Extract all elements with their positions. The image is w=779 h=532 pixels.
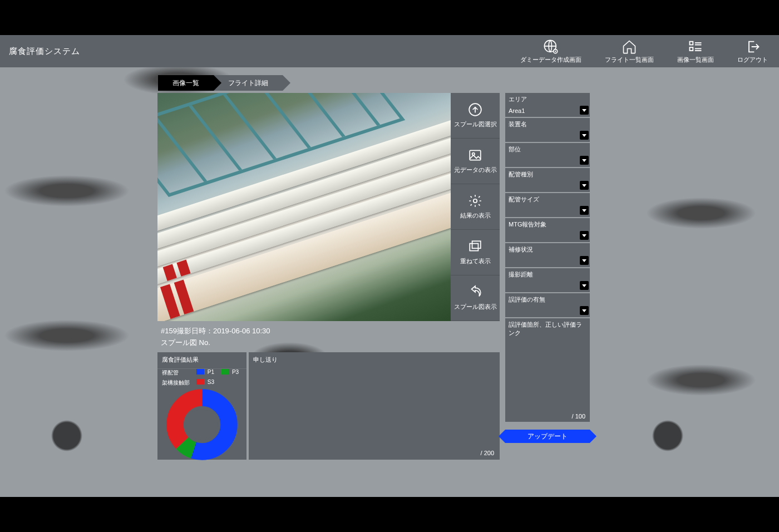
field-label: 配管種別 [505,168,590,180]
nav-label: 画像一覧画面 [677,56,714,64]
field-label: MTG報告対象 [505,218,590,230]
field-label: 補修状況 [505,243,590,255]
svg-rect-13 [470,244,478,251]
chevron-down-icon [580,206,589,215]
svg-rect-14 [472,241,481,248]
globe-icon [543,39,559,55]
image-icon [468,148,482,162]
field-label: 部位 [505,143,590,155]
nav-logout[interactable]: ログアウト [737,39,768,64]
nav-label: ダミーデータ作成画面 [520,56,581,64]
header-nav: ダミーデータ作成画面 フライト一覧画面 画像一覧画面 ログアウト [520,39,768,64]
nav-label: フライト一覧画面 [605,56,654,64]
svg-rect-10 [470,150,481,160]
field-select-5[interactable] [505,230,590,242]
field-select-7[interactable] [505,280,590,292]
field-label: 装置名 [505,118,590,130]
image-metadata: #159撮影日時：2019-06-06 10:30 スプール図 No. [161,326,270,349]
svg-rect-3 [690,41,693,45]
tool-overlay[interactable]: 重ねて表示 [451,230,500,275]
gear-icon [468,194,482,208]
chevron-down-icon [580,181,589,190]
comment-textarea[interactable]: / 100 [505,338,590,422]
char-counter: / 100 [572,413,585,420]
svg-point-18 [187,410,218,440]
svg-rect-4 [690,47,693,51]
svg-point-2 [555,51,556,52]
nav-image-list[interactable]: 画像一覧画面 [677,39,714,64]
properties-panel: エリアArea1装置名部位配管種別配管サイズMTG報告対象補修状況撮影距離誤評価… [505,93,590,443]
tool-spool-select[interactable]: スプール図選択 [451,93,500,139]
swatch-s3 [196,379,204,385]
chevron-down-icon [580,231,589,240]
field-select-4[interactable] [505,205,590,217]
nav-label: ログアウト [737,56,768,64]
swatch-p1 [196,369,204,375]
notes-panel[interactable]: 申し送り / 200 [249,352,500,460]
chevron-down-icon [580,106,589,115]
donut-chart [166,389,238,460]
field-label: 撮影距離 [505,268,590,280]
home-icon [622,39,637,55]
chevron-down-icon [580,281,589,290]
panel-title: 腐食評価結果 [157,352,246,369]
tool-spool-view[interactable]: スプール図表示 [451,275,500,321]
tool-result-view[interactable]: 結果の表示 [451,184,500,230]
nav-flight-list[interactable]: フライト一覧画面 [605,39,654,64]
upload-icon [468,102,482,117]
tool-source-data[interactable]: 元データの表示 [451,139,500,184]
chevron-down-icon [580,306,589,315]
field-select-2[interactable] [505,155,590,167]
swatch-p3 [221,369,229,375]
capture-datetime: #159撮影日時：2019-06-06 10:30 [161,326,270,337]
field-select-3[interactable] [505,180,590,192]
app-title: 腐食評価システム [9,46,80,57]
chevron-down-icon [580,156,589,165]
svg-point-12 [474,199,477,203]
tab-flight-detail[interactable]: フライト詳細 [214,75,283,91]
field-select-8[interactable] [505,305,590,317]
field-label: 誤評価の有無 [505,293,590,305]
field-label: 配管サイズ [505,193,590,205]
update-button[interactable]: アップデート [505,430,590,443]
chevron-down-icon [580,131,589,140]
tabs: 画像一覧 フライト詳細 [158,75,283,91]
chart-legend: 裸配管 P1 P3 架構接触部 S3 [157,369,246,387]
corrosion-result-panel: 腐食評価結果 裸配管 P1 P3 架構接触部 S3 [157,352,246,460]
grid-icon [688,39,703,55]
spool-number: スプール図 No. [161,337,270,349]
char-counter: / 200 [481,450,494,456]
inspection-image[interactable] [157,93,451,321]
field-value: Area1 [509,107,525,114]
tab-image-list[interactable]: 画像一覧 [158,75,214,91]
nav-dummy-data[interactable]: ダミーデータ作成画面 [520,39,581,64]
header-bar: 腐食評価システム ダミーデータ作成画面 フライト一覧画面 画像一覧画面 ログアウ… [0,35,779,67]
chevron-down-icon [580,256,589,265]
undo-icon [468,285,482,299]
field-select-1[interactable] [505,130,590,142]
logout-icon [745,39,761,55]
side-toolbar: スプール図選択 元データの表示 結果の表示 重ねて表示 スプール図表示 [451,93,500,321]
field-label: エリア [505,93,590,105]
panel-title: 申し送り [249,352,500,367]
field-label-comment: 誤評価箇所、正しい評価ランク [505,318,590,338]
field-select-0[interactable]: Area1 [505,105,590,117]
layers-icon [468,239,482,254]
field-select-6[interactable] [505,255,590,267]
